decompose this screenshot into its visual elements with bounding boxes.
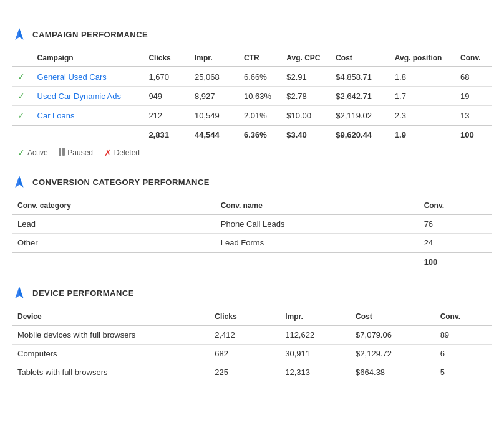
th-dev-clicks: Clicks (210, 308, 280, 325)
campaign-name-cell: Car Loans (32, 106, 144, 126)
ctr-cell: 6.66% (239, 67, 281, 87)
totals-cost: $9,620.44 (331, 125, 390, 144)
legend-deleted-icon: ✗ (104, 148, 112, 158)
legend-deleted: ✗ Deleted (104, 148, 140, 158)
device-section-title: DEVICE PERFORMANCE (32, 288, 134, 298)
svg-marker-1 (15, 28, 19, 40)
adwords-logo-icon-2 (12, 175, 26, 189)
legend-active: ✓ Active (17, 148, 48, 158)
th-device: Device (12, 308, 210, 325)
th-impr: Impr. (190, 50, 239, 67)
legend-paused-label: Paused (67, 148, 93, 157)
campaign-table: Campaign Clicks Impr. CTR Avg. CPC Cost … (12, 50, 492, 160)
campaign-section-header: CAMPAIGN PERFORMANCE (12, 27, 492, 41)
conv-name-cell: Phone Call Leads (216, 214, 419, 234)
campaign-link[interactable]: Car Loans (37, 111, 75, 120)
adwords-logo-icon-3 (12, 286, 26, 300)
totals-clicks: 2,831 (143, 125, 190, 144)
totals-conv: 100 (455, 125, 492, 144)
device-table-header: Device Clicks Impr. Cost Conv. (12, 308, 492, 325)
conv-name-cell: Lead Forms (216, 234, 419, 253)
active-icon: ✓ (17, 72, 25, 82)
th-dev-conv: Conv. (435, 308, 492, 325)
avgpos-cell: 1.8 (390, 67, 455, 87)
device-clicks-cell: 2,412 (210, 325, 280, 345)
conv-cell: 13 (455, 106, 492, 126)
avgpos-cell: 1.7 (390, 87, 455, 106)
avgpos-cell: 2.3 (390, 106, 455, 126)
active-icon: ✓ (17, 110, 25, 120)
conv-cell: 19 (455, 87, 492, 106)
campaign-table-row: ✓ General Used Cars 1,670 25,068 6.66% $… (12, 67, 492, 87)
campaign-link[interactable]: General Used Cars (37, 72, 107, 82)
adwords-logo-icon (12, 27, 26, 41)
conversion-table-row: Lead Phone Call Leads 76 (12, 214, 492, 234)
conversion-totals-row: 100 (12, 252, 492, 271)
campaign-legend-row: ✓ Active Paused ✗ Deleted (12, 144, 492, 160)
cost-cell: $2,119.02 (331, 106, 390, 126)
th-conv-name: Conv. name (216, 198, 419, 214)
conv-total-empty1 (12, 252, 216, 271)
ctr-cell: 10.63% (239, 87, 281, 106)
totals-empty (12, 125, 32, 144)
cpc-cell: $2.78 (281, 87, 331, 106)
campaign-name-cell: Used Car Dynamic Ads (32, 87, 144, 106)
totals-label (32, 125, 144, 144)
svg-marker-3 (15, 176, 19, 188)
device-name-cell: Tablets with full browsers (12, 363, 210, 382)
device-cost-cell: $2,129.72 (351, 345, 435, 363)
th-cost: Cost (331, 50, 390, 67)
device-cost-cell: $664.38 (351, 363, 435, 382)
conversion-section-header: CONVERSION CATEGORY PERFORMANCE (12, 175, 492, 189)
legend-active-icon: ✓ (17, 148, 25, 158)
svg-marker-5 (15, 287, 19, 298)
campaign-totals-row: 2,831 44,544 6.36% $3.40 $9,620.44 1.9 1… (12, 125, 492, 144)
conversion-table-header: Conv. category Conv. name Conv. (12, 198, 492, 214)
campaign-link[interactable]: Used Car Dynamic Ads (37, 92, 121, 101)
conversion-table: Conv. category Conv. name Conv. Lead Pho… (12, 198, 492, 271)
th-campaign: Campaign (32, 50, 144, 67)
th-conv-val: Conv. (419, 198, 492, 214)
conv-val-cell: 24 (419, 234, 492, 253)
legend-active-label: Active (27, 148, 48, 157)
ctr-cell: 2.01% (239, 106, 281, 126)
impr-cell: 10,549 (190, 106, 239, 126)
clicks-cell: 1,670 (143, 67, 190, 87)
campaign-section-title: CAMPAIGN PERFORMANCE (32, 30, 148, 39)
th-conv: Conv. (455, 50, 492, 67)
cost-cell: $4,858.71 (331, 67, 390, 87)
campaign-table-header: Campaign Clicks Impr. CTR Avg. CPC Cost … (12, 50, 492, 67)
cpc-cell: $2.91 (281, 67, 331, 87)
device-cost-cell: $7,079.06 (351, 325, 435, 345)
device-table: Device Clicks Impr. Cost Conv. Mobile de… (12, 308, 492, 381)
totals-cpc: $3.40 (281, 125, 331, 144)
th-cpc: Avg. CPC (281, 50, 331, 67)
totals-ctr: 6.36% (239, 125, 281, 144)
th-status (12, 50, 32, 67)
clicks-cell: 212 (143, 106, 190, 126)
conv-val-cell: 76 (419, 214, 492, 234)
device-table-row: Tablets with full browsers 225 12,313 $6… (12, 363, 492, 382)
status-cell: ✓ (12, 87, 32, 106)
legend-paused: Paused (59, 148, 93, 158)
device-conv-cell: 5 (435, 363, 492, 382)
device-table-row: Computers 682 30,911 $2,129.72 6 (12, 345, 492, 363)
device-clicks-cell: 225 (210, 363, 280, 382)
conv-cell: 68 (455, 67, 492, 87)
conv-total-val: 100 (419, 252, 492, 271)
legend-deleted-label: Deleted (114, 148, 140, 157)
device-impr-cell: 12,313 (280, 363, 351, 382)
conv-total-empty2 (216, 252, 419, 271)
clicks-cell: 949 (143, 87, 190, 106)
device-impr-cell: 112,622 (280, 325, 351, 345)
th-conv-category: Conv. category (12, 198, 216, 214)
device-table-row: Mobile devices with full browsers 2,412 … (12, 325, 492, 345)
th-clicks: Clicks (143, 50, 190, 67)
th-ctr: CTR (239, 50, 281, 67)
status-cell: ✓ (12, 106, 32, 126)
conv-category-cell: Lead (12, 214, 216, 234)
device-section-header: DEVICE PERFORMANCE (12, 286, 492, 300)
status-cell: ✓ (12, 67, 32, 87)
impr-cell: 8,927 (190, 87, 239, 106)
campaign-table-row: ✓ Car Loans 212 10,549 2.01% $10.00 $2,1… (12, 106, 492, 126)
